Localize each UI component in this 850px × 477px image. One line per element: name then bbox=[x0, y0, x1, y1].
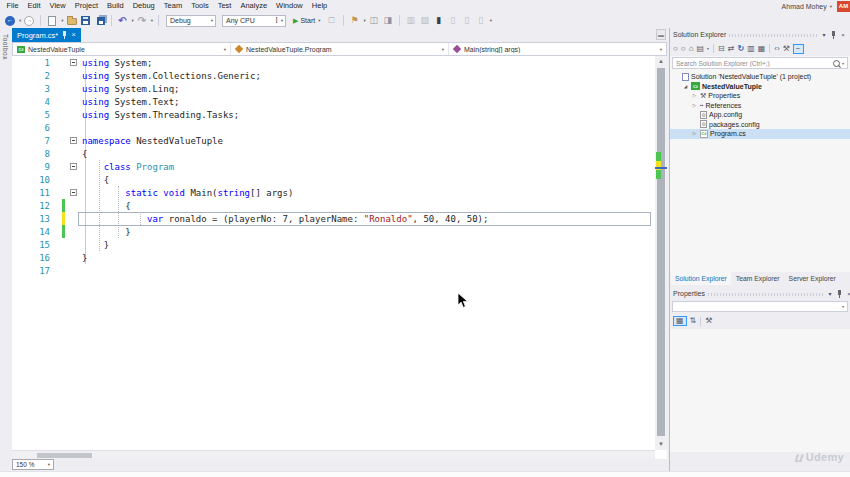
chevron-down-icon[interactable]: ▾ bbox=[842, 61, 844, 66]
code-line[interactable]: 9 class Program bbox=[12, 160, 655, 173]
home-icon[interactable]: ⌂ bbox=[689, 45, 694, 53]
vertical-scrollbar[interactable]: ▲ ▼ bbox=[655, 56, 667, 450]
code-line[interactable]: 3using System.Linq; bbox=[12, 82, 655, 95]
close-icon[interactable]: × bbox=[839, 32, 847, 38]
close-icon[interactable]: × bbox=[845, 291, 850, 297]
code-line[interactable]: 7namespace NestedValueTuple bbox=[12, 134, 655, 147]
scrollbar-split-handle[interactable]: ▬ bbox=[656, 29, 666, 40]
nav-back-button[interactable]: ← bbox=[4, 14, 16, 27]
prev-bookmark-button[interactable]: ▯ bbox=[447, 14, 459, 27]
save-button[interactable] bbox=[80, 14, 92, 27]
search-input[interactable] bbox=[676, 58, 831, 68]
switch-views-button[interactable]: ▤ bbox=[697, 45, 705, 53]
code-line[interactable]: 17 bbox=[12, 264, 655, 277]
menu-item-analyze[interactable]: Analyze bbox=[236, 0, 272, 12]
property-pages-wrench-icon[interactable]: ⚒ bbox=[705, 317, 712, 325]
categorized-view-button[interactable]: ▦ bbox=[673, 316, 687, 326]
nav-type-dropdown[interactable]: NestedValueTuple.Program▾ bbox=[231, 43, 449, 55]
menu-item-file[interactable]: File bbox=[2, 0, 23, 12]
properties-wrench-icon[interactable]: ⚒ bbox=[783, 45, 790, 53]
menu-item-project[interactable]: Project bbox=[70, 0, 102, 12]
sync-with-active-document-button[interactable]: ⇄ bbox=[728, 45, 735, 53]
tab-team-explorer[interactable]: Team Explorer bbox=[732, 272, 784, 285]
search-icon[interactable] bbox=[833, 60, 840, 67]
outdent-button[interactable]: ▨ bbox=[419, 14, 431, 27]
show-all-files-button[interactable]: ▦ bbox=[758, 45, 766, 53]
tree-item-program-cs[interactable]: ▷C#Program.cs bbox=[670, 129, 850, 139]
user-account-button[interactable]: Ahmad Mohey ▾ AM bbox=[782, 0, 850, 12]
view-code-button[interactable]: ‹› bbox=[774, 45, 779, 53]
collapse-icon[interactable] bbox=[70, 163, 77, 170]
zoom-select[interactable]: 150 % ▾ bbox=[12, 459, 54, 470]
indent-button[interactable]: ▥ bbox=[405, 14, 417, 27]
tree-item-solution-nestedvaluetuple-1-project[interactable]: Solution 'NestedValueTuple' (1 project) bbox=[670, 72, 850, 82]
tree-item-references[interactable]: ▷▪▪References bbox=[670, 101, 850, 111]
redo-button[interactable]: ↷ bbox=[136, 14, 148, 27]
scrollbar-thumb[interactable] bbox=[37, 453, 92, 458]
properties-object-dropdown[interactable]: ▾ bbox=[672, 301, 848, 312]
code-line[interactable]: 16} bbox=[12, 251, 655, 264]
code-line[interactable]: 5using System.Threading.Tasks; bbox=[12, 108, 655, 121]
expander-icon[interactable]: ▷ bbox=[691, 93, 698, 98]
code-line[interactable]: 11 static void Main(string[] args) bbox=[12, 186, 655, 199]
save-all-button[interactable] bbox=[94, 14, 106, 27]
collapse-icon[interactable] bbox=[70, 189, 77, 196]
nav-project-dropdown[interactable]: NestedValueTuple▾ bbox=[13, 43, 231, 55]
chevron-down-icon[interactable]: ▾ bbox=[820, 31, 828, 38]
collapse-icon[interactable] bbox=[70, 59, 77, 66]
tree-item-properties[interactable]: ▷⚒Properties bbox=[670, 91, 850, 101]
expander-icon[interactable]: ▷ bbox=[691, 131, 698, 136]
chevron-down-icon[interactable]: ▾ bbox=[826, 290, 834, 297]
code-line[interactable]: 6 bbox=[12, 121, 655, 134]
pin-icon[interactable] bbox=[831, 31, 836, 39]
scroll-down-arrow-icon[interactable]: ▼ bbox=[655, 439, 667, 450]
collapse-icon[interactable] bbox=[70, 137, 77, 144]
code-editor[interactable]: 1using System;2using System.Collections.… bbox=[12, 56, 655, 450]
bookmark-button[interactable]: ▮ bbox=[433, 14, 445, 27]
open-file-button[interactable] bbox=[66, 14, 78, 27]
tab-solution-explorer[interactable]: Solution Explorer bbox=[671, 272, 731, 285]
code-line[interactable]: 10 { bbox=[12, 173, 655, 186]
undo-button[interactable]: ↶ bbox=[117, 14, 129, 27]
menu-item-view[interactable]: View bbox=[45, 0, 70, 12]
preview-selected-items-button[interactable]: − bbox=[793, 44, 804, 54]
code-line[interactable]: 14 } bbox=[12, 225, 655, 238]
menu-item-test[interactable]: Test bbox=[213, 0, 236, 12]
menu-item-tools[interactable]: Tools bbox=[187, 0, 214, 12]
document-tab-program-cs[interactable]: Program.cs* × bbox=[12, 28, 81, 42]
flag-button[interactable]: ⚑ bbox=[349, 14, 361, 27]
toolbox-tab[interactable]: Toolbox bbox=[2, 34, 9, 60]
collapse-all-button[interactable]: ⊟ bbox=[718, 45, 725, 53]
nav-member-dropdown[interactable]: Main(string[] args)▾ bbox=[449, 43, 666, 55]
expander-icon[interactable]: ◢ bbox=[682, 84, 689, 89]
expander-icon[interactable]: ▷ bbox=[691, 103, 698, 108]
refresh-icon[interactable]: ↻ bbox=[738, 45, 745, 53]
forward-button[interactable]: ○ bbox=[681, 45, 686, 53]
code-line[interactable]: 15 } bbox=[12, 238, 655, 251]
comment-button[interactable]: ◫ bbox=[368, 14, 380, 27]
solution-configurations-dropdown[interactable]: Debug▾ bbox=[166, 15, 216, 27]
nav-forward-button[interactable]: → bbox=[23, 14, 35, 27]
pin-icon[interactable] bbox=[837, 290, 842, 298]
menu-item-help[interactable]: Help bbox=[307, 0, 331, 12]
code-line[interactable]: 12 { bbox=[12, 199, 655, 212]
menu-item-debug[interactable]: Debug bbox=[128, 0, 159, 12]
pin-icon[interactable] bbox=[62, 31, 67, 39]
tab-server-explorer[interactable]: Server Explorer bbox=[785, 272, 840, 285]
close-icon[interactable]: × bbox=[71, 31, 76, 39]
menu-item-edit[interactable]: Edit bbox=[23, 0, 45, 12]
tree-item-packages-config[interactable]: ⚙packages.config bbox=[670, 120, 850, 130]
clear-bookmarks-button[interactable]: ▯ bbox=[475, 14, 487, 27]
code-line[interactable]: 13 var ronaldo = (playerNo: 7, playerNam… bbox=[12, 212, 655, 225]
code-line[interactable]: 1using System; bbox=[12, 56, 655, 69]
menu-item-window[interactable]: Window bbox=[272, 0, 308, 12]
solution-platforms-dropdown[interactable]: Any CPUI▾ bbox=[222, 15, 286, 27]
menu-item-team[interactable]: Team bbox=[159, 0, 186, 12]
code-line[interactable]: 4using System.Text; bbox=[12, 95, 655, 108]
scrollbar-thumb[interactable] bbox=[657, 68, 665, 436]
uncomment-button[interactable]: ◨ bbox=[382, 14, 394, 27]
next-bookmark-button[interactable]: ▯ bbox=[461, 14, 473, 27]
file-nesting-button[interactable]: ▥ bbox=[747, 45, 755, 53]
code-line[interactable]: 2using System.Collections.Generic; bbox=[12, 69, 655, 82]
new-file-button[interactable] bbox=[46, 14, 58, 27]
